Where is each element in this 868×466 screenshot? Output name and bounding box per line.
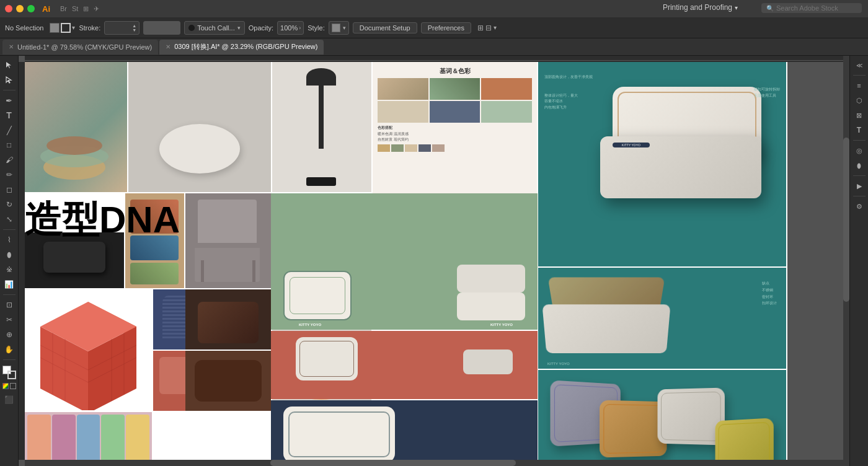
transform-icon[interactable]: ⬡ <box>852 94 866 107</box>
stroke-control[interactable]: ▲ ▼ <box>104 21 140 35</box>
image-orange-cube <box>25 289 152 410</box>
artboard-tool[interactable]: ⊡ <box>2 298 16 312</box>
eraser-tool[interactable]: ◻ <box>2 183 16 196</box>
no-selection-label: No Selection <box>5 24 43 32</box>
pathfinder-icon[interactable]: ⊠ <box>852 108 866 122</box>
close-button[interactable] <box>5 5 12 12</box>
left-toolbar: ✒ T ╱ □ 🖌 ✏ ◻ ↻ ⤡ ⌇ ⬮ ※ 📊 ⊡ ✂ ⊕ ✋ ⬛ <box>0 56 19 466</box>
preferences-button[interactable]: Preferences <box>421 22 471 33</box>
hand-tool[interactable]: ✋ <box>2 343 16 356</box>
document-tabs: ✕ Untitled-1* @ 79.58% (CMYK/GPU Preview… <box>0 38 868 56</box>
image-grey-chair <box>185 193 271 288</box>
pencil-tool[interactable]: ✏ <box>2 168 16 182</box>
fill-stroke-control[interactable]: ▾ <box>50 23 75 33</box>
fill-stroke-selector[interactable] <box>2 366 16 379</box>
search-stock-input[interactable] <box>776 4 857 12</box>
app-logo: Ai <box>42 4 50 14</box>
minimize-button[interactable] <box>16 5 24 12</box>
change-screen-mode[interactable]: ⬛ <box>2 393 16 407</box>
paintbrush-tool[interactable]: 🖌 <box>2 153 16 167</box>
stroke-up-icon[interactable]: ▲ <box>132 24 136 28</box>
appearance-icon[interactable]: ◎ <box>852 144 866 157</box>
scrollbar-thumb[interactable] <box>843 138 849 302</box>
product-render-teal-2: 缺点 不锈钢 密封环 扣环设计 KITTY YOYO <box>538 268 786 369</box>
svg-marker-0 <box>6 62 11 68</box>
close-tab-0309-icon[interactable]: ✕ <box>166 43 170 50</box>
image-brown-detail <box>185 351 271 411</box>
image-brown-object <box>185 289 271 350</box>
rotate-tool[interactable]: ↻ <box>2 198 16 211</box>
printing-proofing-menu[interactable]: Printing and Proofing ▾ <box>663 3 738 12</box>
pen-tool[interactable]: ✒ <box>2 94 16 107</box>
stock-icon: St <box>72 5 78 12</box>
touch-call-dropdown-icon: ▾ <box>237 25 241 31</box>
touch-call-label: Touch Call... <box>197 24 235 32</box>
opacity-label: Opacity: <box>249 24 273 32</box>
vertical-scrollbar[interactable] <box>843 56 849 466</box>
select-tool[interactable] <box>2 58 16 72</box>
tool-divider-1 <box>3 90 16 90</box>
image-colorful-strips <box>25 412 152 466</box>
maximize-button[interactable] <box>27 5 35 12</box>
distribute-icon[interactable]: ⊟ <box>485 24 492 32</box>
slice-tool[interactable]: ✂ <box>2 313 16 327</box>
style-control[interactable]: ▾ <box>329 21 349 35</box>
tab-untitled[interactable]: ✕ Untitled-1* @ 79.58% (CMYK/GPU Preview… <box>2 40 158 55</box>
document-setup-button[interactable]: Document Setup <box>353 22 417 33</box>
canvas-area[interactable]: 基词＆色彩 色彩搭配 暖米色调 温润质感 自然材质 现代简约 <box>19 56 849 466</box>
color-dropdown-icon: ▾ <box>72 24 75 31</box>
warp-tool[interactable]: ⌇ <box>2 233 16 247</box>
close-tab-icon[interactable]: ✕ <box>9 43 14 50</box>
direct-select-tool[interactable] <box>2 73 16 87</box>
line-tool[interactable]: ╱ <box>2 123 16 137</box>
type-rt-icon[interactable]: T <box>852 123 866 137</box>
image-ceramics <box>25 62 127 192</box>
none-icon[interactable] <box>10 383 16 389</box>
zao-xing-dna-text: 造型DNA <box>25 195 180 245</box>
top-menu-bar: Ai Br St ⊞ ✈ Printing and Proofing ▾ 🔍 <box>0 0 868 17</box>
rt-divider-4 <box>853 196 866 196</box>
style-dropdown-icon: ▾ <box>343 25 346 31</box>
graphic-styles-icon[interactable]: ⬮ <box>852 159 866 172</box>
style-label: Style: <box>308 24 325 32</box>
opacity-more-icon[interactable]: › <box>299 25 301 31</box>
symbol-tool[interactable]: ※ <box>2 263 16 276</box>
type-tool[interactable]: T <box>2 108 16 122</box>
tool-divider-4 <box>3 359 16 360</box>
zoom-tool[interactable]: ⊕ <box>2 328 16 341</box>
touch-call-control[interactable]: Touch Call... ▾ <box>184 21 245 35</box>
product-render-teal-1: KITTY YOYO 顶部圆角设计，友善干净美观 整体设计轻巧，量大 容量不缩水… <box>538 62 786 266</box>
color-bar[interactable] <box>143 21 180 35</box>
image-white-bowl <box>128 62 271 192</box>
scrollbar-h-thumb[interactable] <box>270 460 516 466</box>
stroke-stepper[interactable]: ▲ ▼ <box>132 24 136 32</box>
scale-tool[interactable]: ⤡ <box>2 213 16 226</box>
rt-divider-2 <box>853 140 866 141</box>
settings-rt-icon[interactable]: ⚙ <box>852 200 866 213</box>
tool-divider-2 <box>3 229 16 230</box>
main-area: ✒ T ╱ □ 🖌 ✏ ◻ ↻ ⤡ ⌇ ⬮ ※ 📊 ⊡ ✂ ⊕ ✋ ⬛ <box>0 56 868 466</box>
svg-marker-1 <box>6 77 11 83</box>
column-graph-tool[interactable]: 📊 <box>2 278 16 291</box>
left-ruler <box>19 62 25 460</box>
stroke-color-swatch[interactable] <box>61 23 71 33</box>
align-icon[interactable]: ≡ <box>852 79 866 92</box>
search-stock-container[interactable]: 🔍 <box>761 3 862 13</box>
play-icon[interactable]: ▶ <box>852 179 866 193</box>
stroke-down-icon[interactable]: ▼ <box>132 28 136 32</box>
expand-right-icon[interactable]: ≪ <box>852 58 866 72</box>
tab-0309[interactable]: ✕ 0309 [转换].AI* @ 23.29% (RGB/GPU Previe… <box>159 40 324 55</box>
fill-color-swatch[interactable] <box>50 23 60 33</box>
dropdown-arrow-icon: ▾ <box>735 4 738 11</box>
bridge-icon: Br <box>60 5 67 12</box>
arrange-dropdown-icon: ▾ <box>494 24 497 31</box>
arrange-icon[interactable]: ⊞ <box>477 24 484 32</box>
search-icon: 🔍 <box>766 5 774 12</box>
image-black-furniture <box>272 62 371 192</box>
blend-tool[interactable]: ⬮ <box>2 248 16 262</box>
shape-tool[interactable]: □ <box>2 138 16 152</box>
gradient-icon[interactable] <box>2 383 9 389</box>
stroke-indicator <box>7 371 16 379</box>
horizontal-scrollbar[interactable] <box>25 460 843 466</box>
opacity-control[interactable]: 100% › <box>277 21 304 35</box>
